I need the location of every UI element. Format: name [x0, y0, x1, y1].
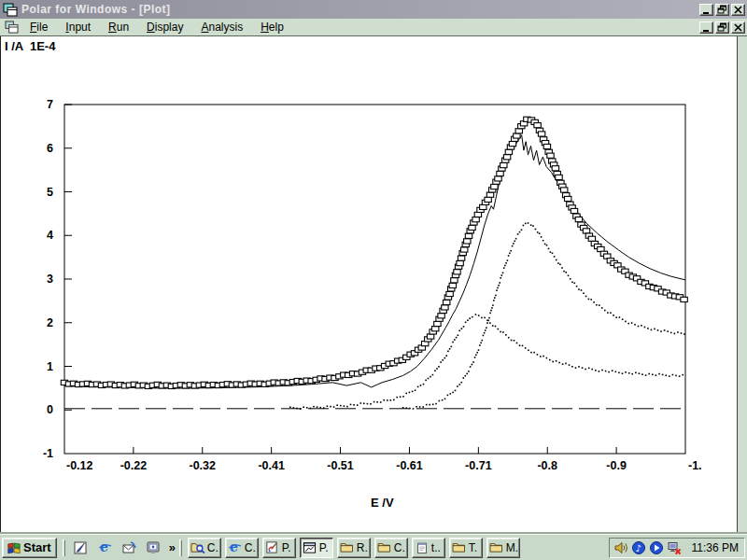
svg-text:e: e — [230, 540, 238, 554]
taskbar-button-label: C. — [207, 541, 218, 554]
svg-text:♪: ♪ — [636, 542, 641, 553]
series-experimental-data — [61, 117, 687, 388]
y-tick-label: 7 — [47, 98, 53, 111]
menu-run[interactable]: Run — [100, 19, 138, 35]
y-corner-label: -1 — [43, 447, 53, 460]
menus: File Input Run Display Analysis Help — [21, 19, 293, 35]
child-minimize-button[interactable] — [699, 21, 713, 34]
taskbar-button-1-c[interactable]: C. — [188, 538, 221, 558]
app-icon[interactable] — [2, 2, 18, 18]
menu-analysis[interactable]: Analysis — [192, 19, 252, 35]
taskbar-buttons: C.eC.P.P.R.C.t..T.M. — [188, 538, 520, 558]
start-button[interactable]: Start — [2, 538, 57, 558]
tray-volume-icon[interactable] — [613, 539, 629, 555]
window-minimize-button[interactable] — [699, 4, 713, 16]
plot-frame — [64, 105, 685, 454]
quick-launch-outlook-express-icon[interactable] — [121, 539, 137, 555]
menu-input[interactable]: Input — [57, 19, 100, 35]
taskbar-button-label: M. — [506, 541, 518, 554]
system-tray: ♪ 11:36 PM — [609, 538, 745, 558]
taskbar-grip-2[interactable] — [179, 539, 182, 556]
y-tick-label: 2 — [47, 316, 53, 329]
y-tick-label: 3 — [47, 273, 53, 286]
menu-file[interactable]: File — [21, 19, 57, 35]
window-titlebar: Polar for Windows - [Plot] — [0, 0, 747, 19]
folder-icon — [377, 539, 392, 555]
search-folder-icon — [190, 539, 205, 555]
y-tick-label: 0 — [47, 403, 53, 416]
menu-display[interactable]: Display — [138, 19, 192, 35]
windows-logo-icon — [6, 539, 21, 555]
x-tick-label: -0.61 — [396, 459, 423, 472]
child-restore-button[interactable] — [715, 21, 729, 34]
folder-icon — [452, 539, 467, 555]
taskbar-button-label: P. — [319, 541, 329, 554]
x-tick-label: -0.71 — [465, 459, 492, 472]
taskbar-clock: 11:36 PM — [692, 541, 739, 554]
taskbar-button-9-m[interactable]: M. — [486, 538, 520, 558]
taskbar-button-8-t[interactable]: T. — [449, 538, 483, 558]
taskbar-button-5-r[interactable]: R. — [337, 538, 371, 558]
polar-plot-icon — [303, 539, 317, 555]
taskbar-button-label: C. — [394, 541, 405, 554]
taskbar-button-7-t[interactable]: t.. — [412, 538, 445, 558]
taskbar-button-label: P. — [282, 541, 291, 554]
notepad-icon — [415, 539, 430, 555]
y-tick-label: 6 — [47, 142, 53, 155]
tray-network-offline-icon[interactable] — [667, 539, 683, 555]
quick-launch-internet-explorer-icon[interactable]: e — [97, 539, 113, 555]
taskbar-button-2-c[interactable]: eC. — [225, 538, 259, 558]
y-tick-label: 5 — [47, 186, 53, 199]
x-tick-label: -0.8 — [537, 459, 557, 472]
x-tick-label: -0.32 — [190, 459, 217, 472]
quick-launch-show-desktop-icon[interactable] — [73, 539, 89, 555]
folder-icon — [340, 539, 355, 555]
desktop: Polar for Windows - [Plot] — [0, 0, 747, 560]
x-tick-label: -0.22 — [120, 459, 148, 472]
svg-text:e: e — [100, 540, 108, 554]
taskbar-button-3-p[interactable]: P. — [262, 538, 296, 558]
internet-explorer-icon: e — [228, 539, 243, 555]
window-title: Polar for Windows - [Plot] — [21, 3, 171, 16]
quick-launch-overflow-chevron[interactable]: » — [167, 540, 177, 554]
taskbar: Start e » C.eC.P.P.R.C.t..T.M. ♪ 11:36 P… — [0, 534, 747, 560]
x-tick-label: -0.12 — [66, 459, 93, 472]
start-button-label: Start — [23, 540, 51, 554]
x-tick-label: -0.51 — [327, 459, 354, 472]
menu-help[interactable]: Help — [252, 19, 293, 35]
child-close-button[interactable] — [731, 21, 745, 34]
taskbar-grip[interactable] — [63, 539, 65, 556]
y-tick-label: 4 — [47, 229, 53, 242]
plot-canvas: -0.12-0.22-0.32-0.41-0.51-0.61-0.71-0.8-… — [1, 36, 738, 534]
tray-media-play-icon[interactable] — [649, 539, 665, 555]
series-fit-curve — [64, 135, 685, 388]
quick-launch-screen-viewer-icon[interactable] — [146, 539, 162, 555]
taskbar-button-6-c[interactable]: C. — [374, 538, 408, 558]
folder-icon — [489, 539, 504, 555]
window-border-strip — [737, 36, 747, 534]
paint-icon — [265, 539, 280, 555]
window-close-button[interactable] — [731, 4, 745, 16]
plot-client-area: I /A 1E-4 E /V -0.12-0.22-0.32-0.41-0.51… — [0, 36, 747, 534]
window-restore-button[interactable] — [715, 4, 729, 16]
taskbar-button-label: C. — [245, 541, 256, 554]
taskbar-button-4-p[interactable]: P. — [300, 538, 333, 558]
x-tick-label: -0.9 — [606, 459, 627, 472]
menu-bar: File Input Run Display Analysis Help — [0, 19, 747, 36]
document-window-icon[interactable] — [4, 20, 20, 35]
x-tick-label: -1. — [688, 459, 702, 472]
taskbar-button-label: t.. — [431, 541, 441, 554]
quick-launch-bar: e — [67, 539, 167, 555]
taskbar-button-label: R. — [357, 541, 368, 554]
x-tick-label: -0.41 — [258, 459, 285, 472]
taskbar-button-label: T. — [469, 541, 477, 554]
y-tick-label: 1 — [47, 360, 53, 373]
tray-media-note-icon[interactable]: ♪ — [631, 539, 647, 555]
